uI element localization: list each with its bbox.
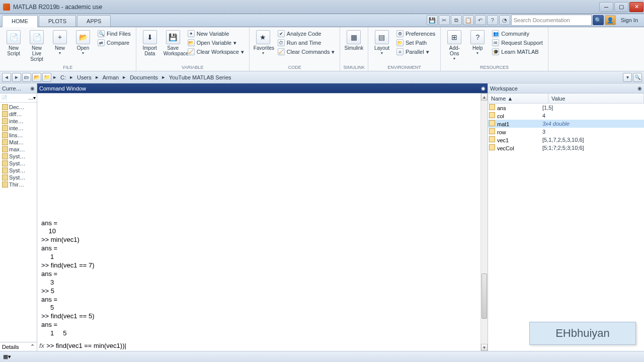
scroll-thumb[interactable] [481,274,487,319]
undo-icon[interactable]: ↶ [475,15,486,25]
workspace-title: Workspace [490,85,518,92]
breadcrumb-part[interactable]: Arman [101,74,121,80]
import-data-button[interactable]: ⬇Import Data [139,29,160,57]
layout-button[interactable]: ▤Layout▾ [371,29,392,56]
analyze-code-button[interactable]: ✔Analyze Code [276,29,337,38]
file-item[interactable]: Mat… [1,139,36,146]
workspace-row[interactable]: mat13x4 double [488,120,644,128]
folder-dropdown-icon[interactable]: ▾ [33,95,36,101]
file-item[interactable]: diff… [1,111,36,118]
scroll-up-icon[interactable]: ▲ [481,94,488,101]
info-icon[interactable]: ◔ [499,15,510,25]
compare-button[interactable]: ⇄Compare [96,38,133,47]
file-list[interactable]: Dec…diff…inte…inte…lins…Mat…max…Syst…Sys… [0,103,37,342]
file-item[interactable]: max… [1,146,36,153]
breadcrumb-part[interactable]: C: [58,74,68,80]
workspace-row[interactable]: vec1[5,1,7,2,5,3,10,6] [488,136,644,144]
file-item[interactable]: Syst… [1,167,36,174]
back-button[interactable]: ◄ [2,73,11,82]
find-files-button[interactable]: 🔍Find Files [96,29,133,38]
command-window-title: Command Window [39,85,86,92]
vertical-scrollbar[interactable]: ▲ ▼ [480,94,488,351]
search-folder-icon[interactable]: 🔍 [633,73,642,82]
command-line: 5 [41,304,476,312]
command-window-body[interactable]: ans = 10>> min(vec1)ans = 1>> find(vec1 … [37,94,488,351]
file-item[interactable]: Syst… [1,174,36,181]
tab-apps[interactable]: APPS [77,15,111,27]
run-and-time-button[interactable]: ⏱Run and Time [276,38,337,47]
workspace-rows: ans[1,5]col4mat13x4 doublerow3vec1[5,1,7… [488,104,644,152]
goto-folder-icon[interactable]: 📁 [42,73,51,82]
request-support-button[interactable]: ✉Request Support [490,38,545,47]
file-item[interactable]: lins… [1,132,36,139]
tab-home[interactable]: HOME [2,15,38,27]
help-button[interactable]: ?Help▾ [467,29,488,56]
workspace-row[interactable]: vecCol[5;1;7;2;5;3;10;6] [488,144,644,152]
close-button[interactable]: ✕ [629,2,643,12]
up-folder-icon[interactable]: 🗁 [22,73,31,82]
panel-action-icon[interactable]: ◉ [637,85,642,91]
open-button[interactable]: 📂Open▾ [72,29,94,56]
new-button[interactable]: ＋New▾ [49,29,70,56]
fx-icon[interactable]: fx [39,342,44,349]
new-live-script-button[interactable]: 📄New Live Script [26,29,47,63]
command-input-row[interactable]: fx >> find(vec1 == min(vec1))| [37,340,480,351]
minimize-button[interactable]: ─ [599,2,613,12]
parallel-button[interactable]: ≡Parallel ▾ [394,47,437,56]
details-bar[interactable]: Details ⌃ [0,342,37,351]
new-script-button[interactable]: 📄New Script [3,29,24,57]
file-item[interactable]: Thir… [1,181,36,188]
command-line: 10 [41,227,476,236]
save-workspace-button[interactable]: 💾Save Workspace [163,29,184,57]
panel-action-icon[interactable]: ◉ [481,85,486,91]
forward-button[interactable]: ► [12,73,21,82]
workspace-col-name[interactable]: Name ▲ [488,94,548,103]
open-variable-button[interactable]: 📂Open Variable ▾ [186,38,246,47]
breadcrumb-part[interactable]: Users [75,74,94,80]
matlab-logo-icon [3,4,10,11]
command-line: ans = [41,321,476,329]
file-item[interactable]: Syst… [1,160,36,167]
cut-icon[interactable]: ✂ [439,15,450,25]
command-line: >> find(vec1 == 5) [41,312,476,321]
workspace-col-value[interactable]: Value [548,94,644,103]
learn-matlab-button[interactable]: 🎓Learn MATLAB [490,47,545,56]
set-path-button[interactable]: 📁Set Path [394,38,437,47]
sign-in-link[interactable]: Sign In [617,16,642,25]
breadcrumb-part[interactable]: YouTube MATLAB Series [167,74,233,80]
community-button[interactable]: 👥Community [490,29,545,38]
workspace-row[interactable]: ans[1,5] [488,104,644,112]
user-icon[interactable]: 👤 [605,15,616,25]
details-expand-icon[interactable]: ⌃ [30,343,35,350]
scroll-down-icon[interactable]: ▼ [481,344,488,351]
copy-icon[interactable]: ⧉ [451,15,462,25]
new-variable-button[interactable]: ✦New Variable [186,29,246,38]
file-item[interactable]: Syst… [1,153,36,160]
panel-action-icon[interactable]: ◉ [30,85,35,91]
breadcrumb-dropdown-icon[interactable]: ▾ [623,73,632,82]
browse-folder-icon[interactable]: 📂 [32,73,41,82]
save-quick-icon[interactable]: 💾 [427,15,438,25]
search-documentation-input[interactable]: Search Documentation [511,15,592,26]
search-submit-icon[interactable]: 🔍 [593,15,604,25]
workspace-row[interactable]: col4 [488,112,644,120]
current-folder-header: Curre… ◉ [0,83,37,94]
file-item[interactable]: Dec… [1,104,36,111]
help-quick-icon[interactable]: ? [487,15,498,25]
paste-icon[interactable]: 📋 [463,15,474,25]
command-line: ans = [41,219,476,228]
addons-button[interactable]: ⊞Add-Ons▾ [444,29,465,62]
clear-commands-button[interactable]: 🧹Clear Commands ▾ [276,47,337,56]
maximize-button[interactable]: ▢ [614,2,628,12]
preferences-button[interactable]: ⚙Preferences [394,29,437,38]
window-title: MATLAB R2019b - academic use [13,4,599,11]
file-item[interactable]: inte… [1,118,36,125]
workspace-row[interactable]: row3 [488,128,644,136]
favorites-button[interactable]: ★Favorites▾ [253,29,274,56]
folder-ellipsis[interactable]: … [28,95,33,101]
breadcrumb-part[interactable]: Documents [128,74,160,80]
file-item[interactable]: inte… [1,125,36,132]
clear-workspace-button[interactable]: 🧹Clear Workspace ▾ [186,47,246,56]
simulink-button[interactable]: ▦Simulink [343,29,364,52]
tab-plots[interactable]: PLOTS [39,15,76,27]
